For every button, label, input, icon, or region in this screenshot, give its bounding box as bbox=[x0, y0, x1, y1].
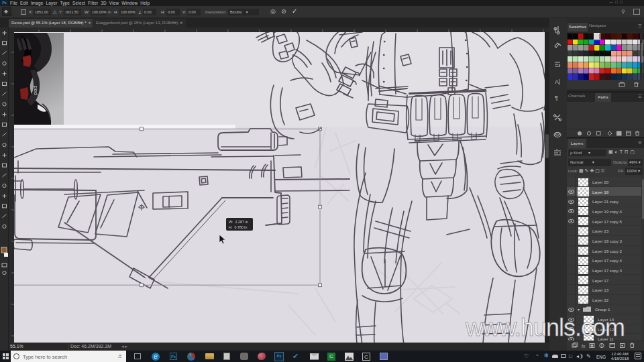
svg-text:H: 0.780 in: H: 0.780 in bbox=[229, 225, 248, 229]
svg-text:A|: A| bbox=[555, 78, 560, 85]
svg-text:¶: ¶ bbox=[555, 95, 558, 101]
svg-text:pod: pod bbox=[33, 86, 39, 95]
svg-text:fx: fx bbox=[582, 344, 586, 349]
svg-text:W: 2.287 in: W: 2.287 in bbox=[229, 220, 248, 224]
